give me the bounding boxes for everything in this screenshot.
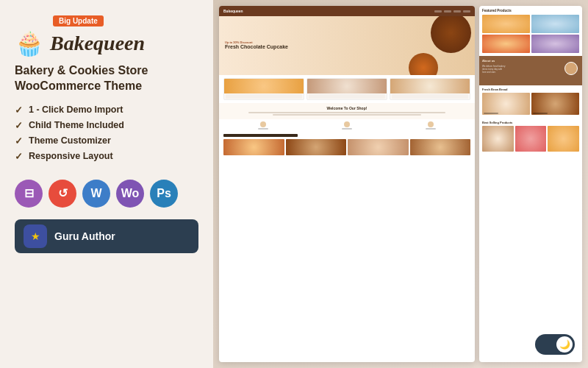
product-card xyxy=(390,78,470,100)
check-icon: ✓ xyxy=(15,151,23,162)
toggle-circle: 🌙 xyxy=(556,336,573,353)
feature-icon-label xyxy=(342,128,352,130)
best-selling-section: Best Selling Products xyxy=(479,118,582,154)
welcome-text-line xyxy=(248,112,446,113)
fresh-item xyxy=(531,93,579,115)
feature-item: ✓ 1 - Click Demo Import xyxy=(15,105,198,116)
bs-item xyxy=(515,126,547,152)
site-nav xyxy=(434,10,470,13)
plugins-row: ⊟ ↺ W Wo Ps xyxy=(15,180,198,208)
feature-icon-item xyxy=(258,121,268,130)
product-label xyxy=(226,94,302,99)
check-icon: ✓ xyxy=(15,105,23,116)
check-icon: ✓ xyxy=(15,120,23,131)
product-row xyxy=(223,139,470,155)
check-icon: ✓ xyxy=(15,135,23,146)
welcome-title: Welcome To Our Shop! xyxy=(223,106,470,110)
featured-item xyxy=(531,15,579,33)
feature-item: ✓ Responsive Layout xyxy=(15,151,198,162)
hero-donut-image xyxy=(409,53,438,75)
product-image xyxy=(390,79,470,93)
section-title xyxy=(223,134,298,137)
testimonial-avatar xyxy=(564,62,578,75)
mockup-container: Bakequeen Up to 30% Discount Fresh Choco… xyxy=(213,0,588,368)
product-grid xyxy=(219,75,475,103)
featured-item xyxy=(531,35,579,53)
featured-grid xyxy=(482,15,579,53)
site-header: Bakequeen xyxy=(219,6,475,16)
feature-icon-label xyxy=(426,128,436,130)
big-update-badge: Big Update xyxy=(15,13,198,29)
hero-images xyxy=(405,16,475,75)
feature-icon-item xyxy=(426,121,436,130)
website-mockup: Bakequeen Up to 30% Discount Fresh Choco… xyxy=(219,6,475,362)
fresh-bread-section: Fresh Brow Bread xyxy=(479,85,582,118)
logo-cupcake-icon: 🧁 xyxy=(15,29,44,57)
wordpress-badge: W xyxy=(82,180,110,208)
product-card xyxy=(223,78,304,100)
star-icon: ★ xyxy=(31,230,40,242)
right-panel: Bakequeen Up to 30% Discount Fresh Choco… xyxy=(213,0,588,368)
feature-item: ✓ Child Theme Included xyxy=(15,120,198,131)
brown-banner: About us We deliver fresh bakeryitems ev… xyxy=(479,56,582,85)
hero-text: Up to 30% Discount Fresh Chocolate Cupca… xyxy=(219,36,294,54)
hero-cupcake-image xyxy=(431,16,471,53)
nav-item xyxy=(444,10,451,13)
featured-item xyxy=(482,15,530,33)
side-column: Featured Products About us We deliver fr… xyxy=(479,6,582,362)
feature-icon xyxy=(260,121,266,127)
product-image xyxy=(307,79,387,93)
feature-icon-label xyxy=(258,128,268,130)
tagline: Bakery & Cookies Store WooCommerce Theme xyxy=(15,63,198,94)
feature-icon-item xyxy=(342,121,352,130)
author-label: Guru Author xyxy=(54,230,115,242)
product-card xyxy=(306,78,387,100)
hero-section: Up to 30% Discount Fresh Chocolate Cupca… xyxy=(219,16,475,75)
product-image xyxy=(224,79,304,93)
feature-item: ✓ Theme Customizer xyxy=(15,135,198,146)
fresh-item-label xyxy=(484,113,498,114)
site-logo: Bakequeen xyxy=(223,9,243,13)
icons-row xyxy=(219,119,475,132)
featured-item xyxy=(482,35,530,53)
fresh-row xyxy=(482,93,579,115)
bs-item xyxy=(548,126,579,152)
feature-icon xyxy=(344,121,350,127)
author-row: ★ Guru Author xyxy=(15,219,198,253)
product-thumbnail xyxy=(286,139,347,155)
logo-area: 🧁 Bakequeen xyxy=(15,29,198,57)
bs-item xyxy=(482,126,514,152)
product-label xyxy=(392,94,468,99)
left-panel: Big Update 🧁 Bakequeen Bakery & Cookies … xyxy=(0,0,213,368)
product-label xyxy=(309,94,385,99)
author-star-badge: ★ xyxy=(24,224,47,248)
product-thumbnail xyxy=(223,139,284,155)
best-selling-grid xyxy=(482,126,579,152)
update-badge: ↺ xyxy=(49,180,76,208)
welcome-text-line xyxy=(273,114,421,116)
woocommerce-badge: Wo xyxy=(116,180,144,208)
logo-name: Bakequeen xyxy=(50,32,145,55)
featured-section: Featured Products xyxy=(479,6,582,56)
dark-mode-toggle[interactable]: 🌙 xyxy=(535,334,575,355)
latest-products-section xyxy=(219,132,475,158)
feature-icon xyxy=(428,121,434,127)
nav-item xyxy=(434,10,442,13)
welcome-section: Welcome To Our Shop! xyxy=(219,103,475,119)
product-thumbnail xyxy=(410,139,471,155)
featured-title: Featured Products xyxy=(482,9,579,13)
hero-title: Fresh Chocolate Cupcake xyxy=(225,44,288,50)
nav-item xyxy=(453,10,461,13)
nav-item xyxy=(463,10,470,13)
photoshop-badge: Ps xyxy=(150,180,178,208)
elementor-badge: ⊟ xyxy=(15,180,43,208)
fresh-section-title: Fresh Brow Bread xyxy=(482,88,579,91)
product-thumbnail xyxy=(348,139,409,155)
fresh-item xyxy=(482,93,530,115)
fresh-item-label xyxy=(533,113,548,114)
best-selling-title: Best Selling Products xyxy=(482,121,579,124)
moon-icon: 🌙 xyxy=(559,339,570,350)
features-list: ✓ 1 - Click Demo Import ✓ Child Theme In… xyxy=(15,105,198,166)
